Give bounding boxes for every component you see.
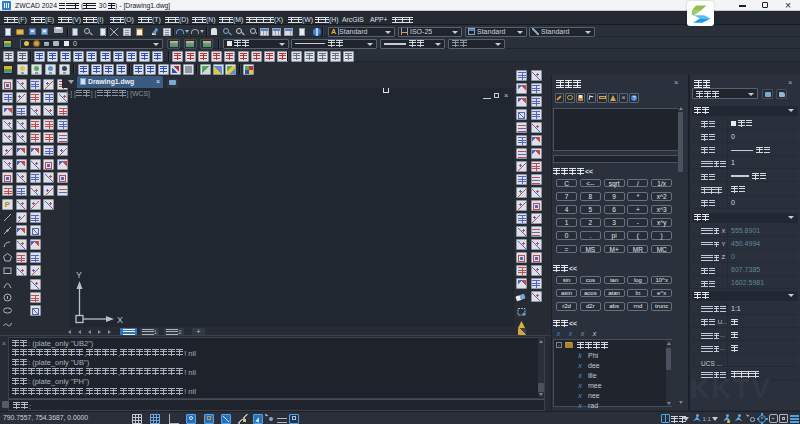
svg-text:Y: Y bbox=[76, 270, 82, 280]
svg-text:X: X bbox=[117, 315, 123, 325]
